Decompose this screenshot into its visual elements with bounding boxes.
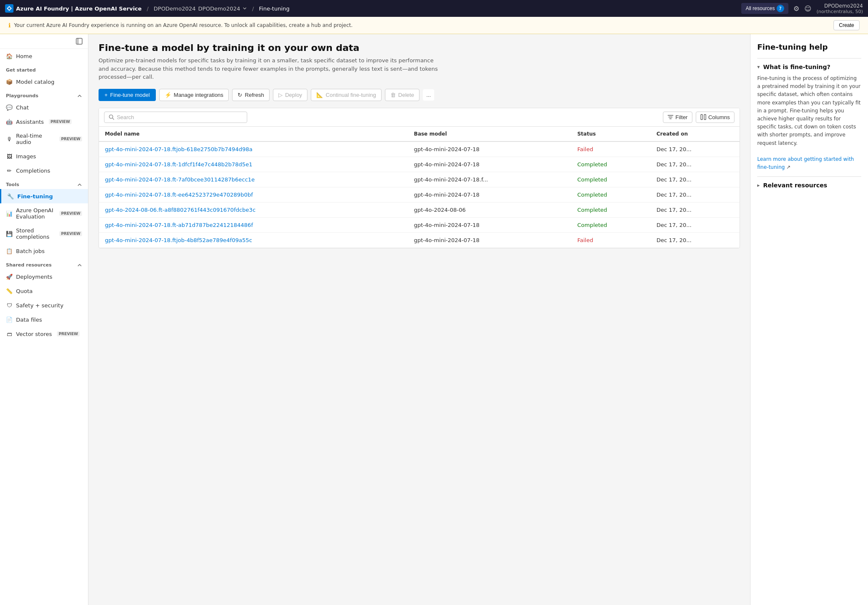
what-is-title: What is fine-tuning? <box>763 64 831 70</box>
model-name-link[interactable]: gpt-4o-mini-2024-07-18.ft-ee642523729e47… <box>105 192 253 198</box>
banner-create-button[interactable]: Create <box>833 20 860 30</box>
model-name-link[interactable]: gpt-4o-2024-08-06.ft-a8f8802761f443c0916… <box>105 207 256 213</box>
safety-icon: 🛡 <box>6 302 13 309</box>
search-input[interactable] <box>117 114 243 120</box>
settings-icon[interactable]: ⚙ <box>793 5 799 13</box>
sidebar-label-batch-jobs: Batch jobs <box>16 248 45 254</box>
status-cell: Failed <box>572 141 651 157</box>
what-is-section-header[interactable]: ▾ What is fine-tuning? <box>757 64 861 70</box>
columns-button[interactable]: Columns <box>696 112 734 123</box>
home-icon: 🏠 <box>6 53 13 59</box>
sidebar-item-quota[interactable]: 📏 Quota <box>0 284 88 298</box>
sidebar-item-realtime-audio[interactable]: 🎙 Real-time audio PREVIEW <box>0 129 88 149</box>
model-name-link[interactable]: gpt-4o-mini-2024-07-18.ftjob-618e2750b7b… <box>105 146 252 152</box>
sidebar-item-data-files[interactable]: 📄 Data files <box>0 312 88 327</box>
delete-button[interactable]: 🗑 Delete <box>385 89 420 101</box>
topbar: Azure AI Foundry | Azure OpenAI Service … <box>0 0 868 17</box>
breadcrumb-sep2: / <box>252 5 254 12</box>
table-header-row: Model name Base model Status Created on <box>99 127 740 141</box>
created-on-cell: Dec 17, 20... <box>651 187 740 202</box>
sidebar-item-model-catalog[interactable]: 📦 Model catalog <box>0 75 88 89</box>
created-on-cell: Dec 17, 20... <box>651 141 740 157</box>
quota-icon: 📏 <box>6 288 13 294</box>
sidebar-item-completions[interactable]: ✏️ Completions <box>0 163 88 178</box>
stored-completions-icon: 💾 <box>6 230 13 237</box>
deploy-button[interactable]: ▷ Deploy <box>273 89 307 101</box>
deployments-icon: 🚀 <box>6 273 13 280</box>
sidebar-label-images: Images <box>16 153 36 160</box>
manage-integrations-label: Manage integrations <box>174 92 224 98</box>
sidebar-item-assistants[interactable]: 🤖 Assistants PREVIEW <box>0 115 88 129</box>
all-resources-button[interactable]: All resources 7 <box>741 3 788 14</box>
manage-integrations-button[interactable]: ⚡ Manage integrations <box>159 89 229 101</box>
col-base-model: Base model <box>408 127 572 141</box>
fine-tune-model-button[interactable]: + Fine-tune model <box>99 89 156 101</box>
shared-resources-group-label: Shared resources <box>6 262 52 268</box>
sidebar-label-deployments: Deployments <box>16 274 52 280</box>
breadcrumb-middle-text: DPODemo2024 <box>198 5 240 12</box>
breadcrumb-middle[interactable]: DPODemo2024 <box>154 5 196 12</box>
sidebar-group-playgrounds[interactable]: Playgrounds <box>0 89 88 100</box>
sidebar-group-shared-resources[interactable]: Shared resources <box>0 258 88 269</box>
base-model-cell: gpt-4o-2024-08-06 <box>408 202 572 217</box>
model-name-link[interactable]: gpt-4o-mini-2024-07-18.ft-7af0bcee301142… <box>105 176 255 183</box>
status-cell: Completed <box>572 217 651 232</box>
sidebar-label-model-catalog: Model catalog <box>16 79 54 85</box>
fine-tune-icon: + <box>104 92 108 98</box>
refresh-button[interactable]: ↻ Refresh <box>232 89 270 101</box>
help-icon[interactable]: ☺ <box>804 5 812 13</box>
status-cell: Completed <box>572 187 651 202</box>
model-name-link[interactable]: gpt-4o-mini-2024-07-18.ft-ab71d787be2241… <box>105 222 253 228</box>
table-row: gpt-4o-2024-08-06.ft-a8f8802761f443c0916… <box>99 202 740 217</box>
sidebar-item-stored-completions[interactable]: 💾 Stored completions PREVIEW <box>0 224 88 244</box>
app-title: Azure AI Foundry | Azure OpenAI Service <box>16 5 142 12</box>
svg-rect-2 <box>76 38 82 44</box>
columns-icon <box>700 114 706 120</box>
more-icon: ... <box>426 92 431 98</box>
resources-label: All resources <box>745 5 775 11</box>
chevron-up-icon <box>77 93 82 99</box>
sidebar-item-safety-security[interactable]: 🛡 Safety + security <box>0 298 88 312</box>
delete-label: Delete <box>398 92 414 98</box>
continual-fine-tuning-button[interactable]: 📐 Continual fine-tuning <box>311 89 381 101</box>
table-row: gpt-4o-mini-2024-07-18.ft-1dfcf1f4e7c448… <box>99 157 740 172</box>
relevant-resources-section[interactable]: ▸ Relevant resources <box>757 176 861 194</box>
chevron-right-icon: ▸ <box>757 182 760 188</box>
sidebar-label-vector-stores: Vector stores <box>16 331 52 337</box>
base-model-cell: gpt-4o-mini-2024-07-18 <box>408 232 572 248</box>
sidebar-item-images[interactable]: 🖼 Images <box>0 149 88 163</box>
more-button[interactable]: ... <box>423 89 434 101</box>
search-right-controls: Filter Columns <box>663 112 734 123</box>
base-model-cell: gpt-4o-mini-2024-07-18.f... <box>408 172 572 187</box>
external-link-icon: ↗ <box>786 164 791 170</box>
model-name-link[interactable]: gpt-4o-mini-2024-07-18.ft-1dfcf1f4e7c448… <box>105 161 252 168</box>
sidebar-item-vector-stores[interactable]: 🗃 Vector stores PREVIEW <box>0 327 88 341</box>
sidebar-item-batch-jobs[interactable]: 📋 Batch jobs <box>0 244 88 258</box>
sidebar-label-data-files: Data files <box>16 317 42 323</box>
user-info[interactable]: DPODemo2024 (northcentralus, 50) <box>817 3 863 14</box>
sidebar-label-assistants: Assistants <box>16 119 44 125</box>
sidebar-item-deployments[interactable]: 🚀 Deployments <box>0 269 88 284</box>
sidebar-label-quota: Quota <box>16 288 33 294</box>
model-name-link[interactable]: gpt-4o-mini-2024-07-18.ftjob-4b8f52ae789… <box>105 237 252 243</box>
sidebar-toggle[interactable] <box>0 34 88 49</box>
chevron-up-tools-icon <box>77 182 82 187</box>
learn-more-link[interactable]: Learn more about getting started with fi… <box>757 156 854 170</box>
refresh-icon: ↻ <box>238 92 242 98</box>
filter-button[interactable]: Filter <box>663 112 692 123</box>
banner-message: Your current Azure AI Foundry experience… <box>14 22 353 28</box>
sidebar-item-chat[interactable]: 💬 Chat <box>0 100 88 115</box>
sidebar-item-fine-tuning[interactable]: 🔧 Fine-tuning <box>0 189 88 203</box>
sidebar-item-azure-openai-eval[interactable]: 📊 Azure OpenAI Evaluation PREVIEW <box>0 203 88 224</box>
batch-jobs-icon: 📋 <box>6 248 13 254</box>
svg-rect-6 <box>701 115 702 120</box>
sidebar-group-get-started: Get started <box>0 63 88 75</box>
sidebar-group-tools[interactable]: Tools <box>0 178 88 189</box>
breadcrumb-current: Fine-tuning <box>259 5 290 12</box>
page-title: Fine-tune a model by training it on your… <box>99 43 740 53</box>
info-banner: ℹ Your current Azure AI Foundry experien… <box>0 17 868 34</box>
table-row: gpt-4o-mini-2024-07-18.ft-ab71d787be2241… <box>99 217 740 232</box>
sidebar-item-home[interactable]: 🏠 Home <box>0 49 88 63</box>
table-body: gpt-4o-mini-2024-07-18.ftjob-618e2750b7b… <box>99 141 740 248</box>
fine-tuning-table: Model name Base model Status Created on … <box>99 127 740 248</box>
